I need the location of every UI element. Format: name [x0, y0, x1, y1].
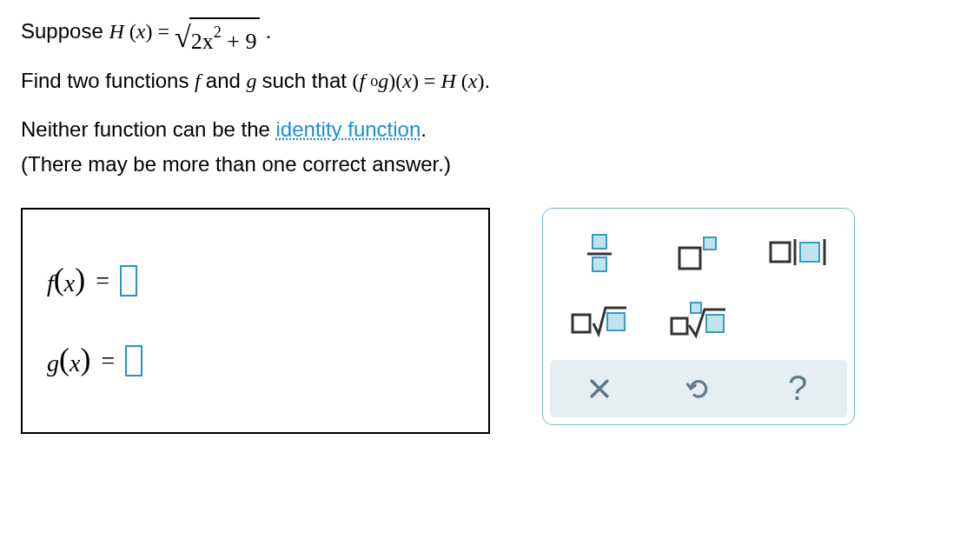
g-input[interactable]	[125, 345, 142, 376]
math-palette: ?	[542, 208, 855, 425]
prompt-line-1: Suppose H (x) = √ 2x2 + 9 .	[21, 16, 959, 58]
fraction-icon	[582, 231, 617, 275]
equals-sign: =	[101, 347, 115, 375]
f-label: f	[47, 270, 54, 296]
identity-function-link[interactable]: identity function	[276, 117, 421, 141]
absolute-value-icon	[767, 237, 828, 269]
nth-root-icon	[668, 301, 729, 341]
close-icon	[586, 376, 612, 402]
svg-rect-12	[691, 303, 701, 313]
prompt-line-2: Find two functions f and g such that (f …	[21, 65, 959, 97]
undo-button[interactable]	[651, 363, 746, 415]
sqrt-expression: √ 2x2 + 9	[175, 17, 260, 58]
compose-expression: (f og)(x) = H (x)	[353, 70, 485, 92]
prompt-line-3: Neither function can be the identity fun…	[21, 114, 959, 145]
svg-rect-11	[672, 318, 687, 334]
exponent-button[interactable]	[655, 223, 742, 283]
svg-rect-9	[573, 315, 590, 332]
question-icon: ?	[788, 369, 807, 408]
svg-rect-10	[607, 313, 625, 330]
svg-rect-2	[593, 257, 606, 271]
H-of-x: H	[109, 20, 129, 43]
svg-rect-13	[706, 315, 724, 332]
equals-sign: =	[96, 267, 109, 295]
answer-box: f(x) = g(x) =	[21, 208, 490, 434]
svg-rect-5	[771, 243, 790, 262]
f-answer-line: f(x) =	[47, 263, 464, 299]
fraction-button[interactable]	[556, 223, 643, 283]
square-root-button[interactable]	[556, 290, 643, 351]
g-label: g	[47, 350, 59, 376]
f-input[interactable]	[120, 265, 137, 296]
svg-rect-3	[679, 248, 700, 269]
prompt-line-4: (There may be more than one correct answ…	[21, 149, 959, 180]
g-answer-line: g(x) =	[47, 343, 464, 379]
exponent-icon	[674, 234, 723, 272]
absolute-value-button[interactable]	[754, 223, 841, 283]
svg-rect-4	[704, 237, 716, 250]
palette-bottom-row: ?	[550, 360, 847, 417]
period: .	[266, 20, 271, 43]
help-button[interactable]: ?	[750, 363, 845, 415]
svg-rect-7	[800, 243, 819, 262]
undo-icon	[685, 376, 712, 402]
svg-rect-0	[593, 235, 606, 249]
clear-button[interactable]	[552, 363, 647, 415]
square-root-icon	[569, 303, 630, 339]
suppose-text: Suppose	[21, 19, 109, 43]
nth-root-button[interactable]	[655, 290, 742, 351]
